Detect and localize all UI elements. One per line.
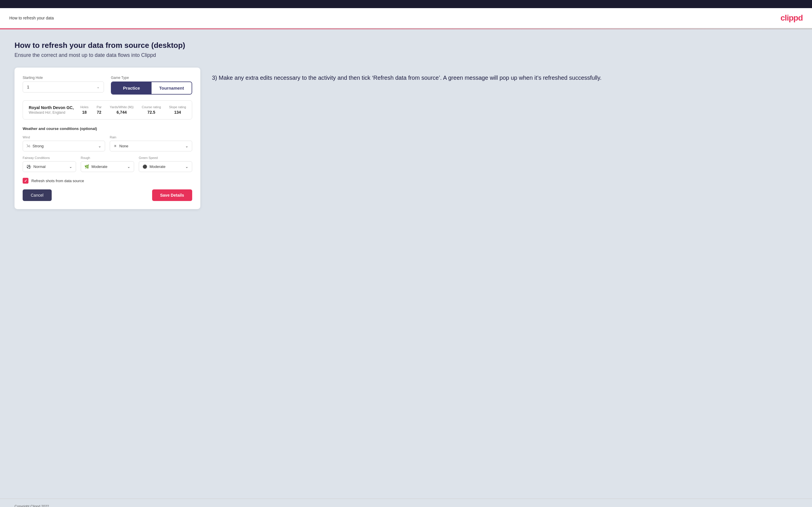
rough-select[interactable]: 🌿 Moderate ⌄ <box>81 161 134 172</box>
wind-value: Strong <box>33 144 44 148</box>
stat-yards-value: 6,744 <box>110 110 134 115</box>
green-speed-value: Moderate <box>150 164 165 169</box>
fairway-inner: ⚽ Normal <box>27 164 46 169</box>
stat-course-rating-value: 72.5 <box>142 110 161 115</box>
rain-label: Rain <box>110 135 192 139</box>
top-bar <box>0 0 812 8</box>
green-speed-group: Green Speed ⚫ Moderate ⌄ <box>139 156 192 172</box>
green-speed-label: Green Speed <box>139 156 192 160</box>
footer: Copyright Clippd 2022 <box>0 499 812 507</box>
cancel-button[interactable]: Cancel <box>22 189 52 201</box>
stat-slope-rating: Slope rating 134 <box>169 105 186 115</box>
checkmark-icon: ✓ <box>24 179 27 183</box>
header: How to refresh your data clippd <box>0 8 812 29</box>
wind-group: Wind 🌬 Strong ⌄ <box>22 135 105 152</box>
conditions-section-label: Weather and course conditions (optional) <box>22 126 192 131</box>
fairway-value: Normal <box>33 164 46 169</box>
starting-hole-select[interactable]: 1 ⌄ <box>22 81 104 93</box>
stat-holes-value: 18 <box>81 110 89 115</box>
rough-value: Moderate <box>92 164 107 169</box>
rough-icon: 🌿 <box>85 164 89 169</box>
stat-course-rating: Course rating 72.5 <box>142 105 161 115</box>
rain-inner: ☀ None <box>113 144 128 148</box>
starting-hole-value: 1 <box>27 85 29 89</box>
fairway-icon: ⚽ <box>27 164 31 169</box>
stat-yards-label: Yards/White (M)) <box>110 105 134 109</box>
page-heading: How to refresh your data from source (de… <box>14 41 798 50</box>
course-stats: Holes 18 Par 72 Yards/White (M)) 6,744 C… <box>81 105 186 115</box>
content-row: Starting Hole 1 ⌄ Game Type Practice Tou… <box>14 68 798 209</box>
stat-slope-rating-value: 134 <box>169 110 186 115</box>
stat-par-label: Par <box>97 105 102 109</box>
rain-value: None <box>119 144 128 148</box>
main-card: Starting Hole 1 ⌄ Game Type Practice Tou… <box>14 68 200 209</box>
wind-label: Wind <box>22 135 105 139</box>
refresh-checkbox[interactable]: ✓ <box>22 178 29 184</box>
course-name: Royal North Devon GC, <box>29 105 74 110</box>
game-type-buttons: Practice Tournament <box>111 81 192 95</box>
side-description: 3) Make any extra edits necessary to the… <box>212 73 798 82</box>
header-title: How to refresh your data <box>9 16 54 20</box>
footer-copyright: Copyright Clippd 2022 <box>14 504 49 507</box>
stat-par-value: 72 <box>97 110 102 115</box>
starting-hole-label: Starting Hole <box>22 76 104 80</box>
main-content: How to refresh your data from source (de… <box>0 29 812 499</box>
side-text: 3) Make any extra edits necessary to the… <box>212 68 798 82</box>
conditions-row-1: Wind 🌬 Strong ⌄ Rain ☀ None <box>22 135 192 152</box>
fairway-label: Fairway Conditions <box>22 156 76 160</box>
stat-course-rating-label: Course rating <box>142 105 161 109</box>
green-speed-icon: ⚫ <box>143 164 147 169</box>
tournament-button[interactable]: Tournament <box>152 82 192 94</box>
stat-slope-rating-label: Slope rating <box>169 105 186 109</box>
stat-par: Par 72 <box>97 105 102 115</box>
stat-holes-label: Holes <box>81 105 89 109</box>
green-speed-chevron-icon: ⌄ <box>185 164 189 169</box>
course-name-group: Royal North Devon GC, Westward Ho!, Engl… <box>29 105 74 115</box>
save-button[interactable]: Save Details <box>152 189 193 201</box>
game-type-label: Game Type <box>111 76 192 80</box>
rough-chevron-icon: ⌄ <box>127 164 130 169</box>
wind-select[interactable]: 🌬 Strong ⌄ <box>22 141 105 152</box>
logo: clippd <box>781 13 803 22</box>
starting-hole-chevron-icon: ⌄ <box>97 85 100 89</box>
fairway-group: Fairway Conditions ⚽ Normal ⌄ <box>22 156 76 172</box>
starting-hole-group: Starting Hole 1 ⌄ <box>22 76 104 95</box>
stat-yards: Yards/White (M)) 6,744 <box>110 105 134 115</box>
fairway-chevron-icon: ⌄ <box>69 164 72 169</box>
wind-icon: 🌬 <box>27 144 30 148</box>
green-speed-select[interactable]: ⚫ Moderate ⌄ <box>139 161 192 172</box>
stat-holes: Holes 18 <box>81 105 89 115</box>
starting-game-row: Starting Hole 1 ⌄ Game Type Practice Tou… <box>22 76 192 95</box>
wind-inner: 🌬 Strong <box>27 144 44 148</box>
game-type-group: Game Type Practice Tournament <box>111 76 192 95</box>
course-info-box: Royal North Devon GC, Westward Ho!, Engl… <box>22 100 192 119</box>
wind-chevron-icon: ⌄ <box>98 144 101 148</box>
button-row: Cancel Save Details <box>22 189 192 201</box>
refresh-checkbox-row: ✓ Refresh shots from data source <box>22 178 192 184</box>
refresh-label: Refresh shots from data source <box>31 179 84 183</box>
page-subheading: Ensure the correct and most up to date d… <box>14 52 798 58</box>
conditions-row-2: Fairway Conditions ⚽ Normal ⌄ Rough 🌿 <box>22 156 192 172</box>
rain-select[interactable]: ☀ None ⌄ <box>110 141 192 152</box>
rain-chevron-icon: ⌄ <box>185 144 189 148</box>
green-speed-inner: ⚫ Moderate <box>143 164 165 169</box>
rough-group: Rough 🌿 Moderate ⌄ <box>81 156 134 172</box>
rain-group: Rain ☀ None ⌄ <box>110 135 192 152</box>
course-location: Westward Ho!, England <box>29 111 74 115</box>
fairway-select[interactable]: ⚽ Normal ⌄ <box>22 161 76 172</box>
rough-label: Rough <box>81 156 134 160</box>
rough-inner: 🌿 Moderate <box>85 164 107 169</box>
practice-button[interactable]: Practice <box>111 82 152 94</box>
rain-icon: ☀ <box>113 144 117 148</box>
